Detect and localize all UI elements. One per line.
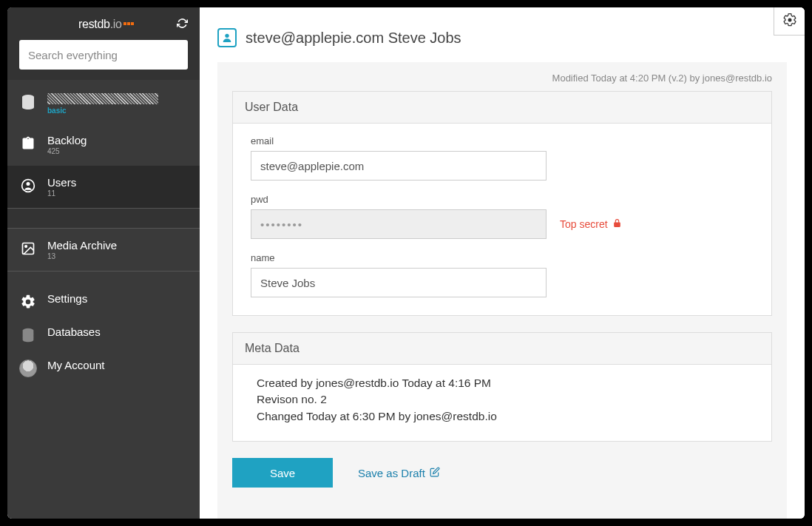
svg-point-6 [225, 34, 229, 38]
panel-header: User Data [233, 92, 771, 124]
database-name-redacted [47, 93, 158, 104]
email-field[interactable] [251, 151, 547, 181]
svg-point-4 [25, 246, 27, 248]
sidebar-item-media-archive[interactable]: Media Archive 13 [7, 229, 200, 271]
clipboard-icon [19, 135, 37, 152]
panel-user-data: User Data email pwd Top secret [232, 91, 772, 316]
field-label-email: email [251, 135, 754, 146]
modified-info: Modified Today at 4:20 PM (v.2) by jones… [232, 73, 772, 84]
sidebar-item-label: My Account [47, 359, 105, 371]
panel-meta-data: Meta Data Created by jones@restdb.io Tod… [232, 332, 772, 442]
save-draft-label: Save as Draft [358, 467, 425, 479]
sidebar-item-current-db[interactable]: basic [7, 80, 200, 124]
field-hint-text: Top secret [560, 218, 608, 230]
user-badge-icon [217, 28, 237, 47]
database-icon [19, 93, 37, 111]
meta-created: Created by jones@restdb.io Today at 4:16… [257, 375, 748, 391]
lock-icon [612, 218, 622, 230]
sidebar-item-settings[interactable]: Settings [7, 285, 200, 318]
sidebar: restdb.io basic [7, 7, 200, 519]
sidebar-item-label: Media Archive [47, 239, 117, 252]
sidebar-item-label: Users [47, 176, 76, 189]
sidebar-item-count: 11 [47, 189, 76, 198]
database-stack-icon [19, 326, 37, 344]
main: steve@applepie.com Steve Jobs Modified T… [200, 7, 805, 519]
image-icon [19, 240, 37, 257]
search-input-wrapper [19, 40, 188, 70]
content-area: Modified Today at 4:20 PM (v.2) by jones… [217, 62, 787, 519]
sidebar-item-count: 13 [47, 252, 117, 260]
avatar [19, 360, 37, 377]
field-hint-pwd: Top secret [560, 218, 622, 230]
search-input[interactable] [28, 49, 179, 61]
settings-button[interactable] [774, 7, 805, 36]
logo-dots-icon [123, 22, 134, 25]
svg-point-2 [27, 182, 30, 186]
sidebar-item-label: Databases [47, 326, 101, 338]
sidebar-item-users[interactable]: Users 11 [7, 166, 200, 208]
sidebar-item-databases[interactable]: Databases [7, 318, 200, 351]
edit-icon [430, 467, 440, 479]
database-plan: basic [47, 107, 158, 115]
gear-icon [19, 293, 37, 311]
pwd-field[interactable] [251, 209, 547, 239]
page-header: steve@applepie.com Steve Jobs [200, 7, 805, 62]
sidebar-item-my-account[interactable]: My Account [7, 351, 200, 385]
sidebar-item-count: 425 [47, 147, 87, 155]
meta-revision: Revison no. 2 [257, 391, 748, 408]
sidebar-divider [7, 208, 200, 229]
panel-header: Meta Data [233, 333, 771, 365]
save-button[interactable]: Save [232, 458, 333, 488]
field-label-pwd: pwd [251, 194, 754, 205]
gears-icon [782, 13, 797, 30]
field-label-name: name [251, 252, 754, 263]
meta-changed: Changed Today at 6:30 PM by jones@restdb… [257, 408, 748, 425]
sidebar-item-label: Settings [47, 292, 87, 305]
page-title: steve@applepie.com Steve Jobs [246, 30, 461, 47]
name-field[interactable] [251, 268, 547, 297]
logo-text: restdb [78, 18, 110, 31]
refresh-icon[interactable] [177, 18, 188, 31]
logo[interactable]: restdb.io [78, 18, 134, 31]
sidebar-item-backlog[interactable]: Backlog 425 [7, 124, 200, 166]
logo-suffix: .io [110, 18, 122, 31]
action-buttons: Save Save as Draft [232, 458, 772, 488]
sidebar-item-label: Backlog [47, 134, 87, 146]
user-circle-icon [19, 177, 37, 195]
save-draft-button[interactable]: Save as Draft [358, 467, 440, 479]
